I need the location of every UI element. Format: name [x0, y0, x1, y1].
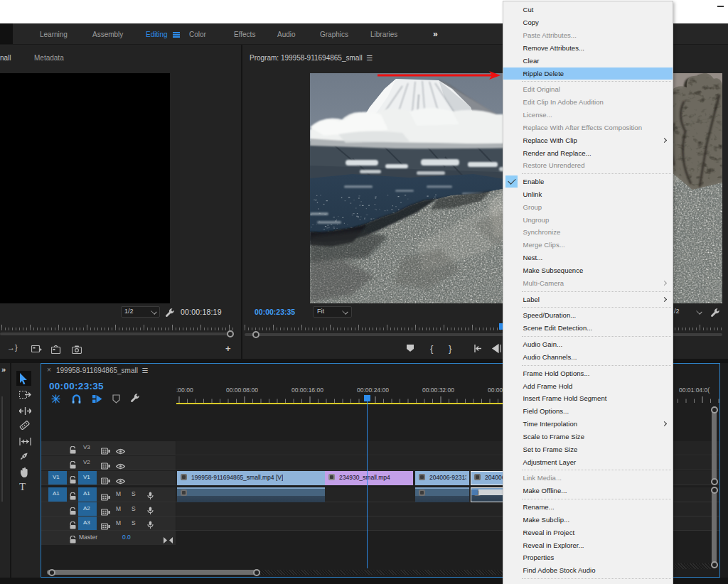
svg-text:}: }: [449, 343, 452, 354]
svg-text:{: {: [430, 343, 434, 354]
svg-text:T: T: [19, 481, 26, 492]
